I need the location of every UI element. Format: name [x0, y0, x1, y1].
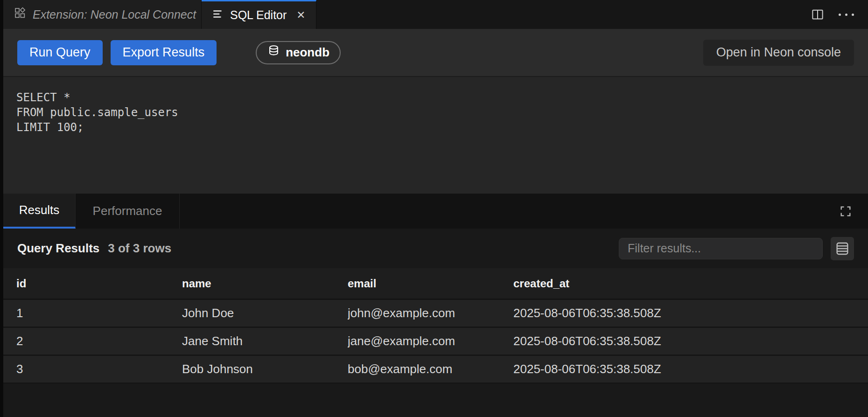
table-row[interactable]: 1John Doejohn@example.com2025-08-06T06:3… — [3, 300, 868, 328]
tab-label: Extension: Neon Local Connect — [33, 8, 196, 21]
more-actions-icon[interactable] — [839, 14, 854, 16]
table-row[interactable]: 2Jane Smithjane@example.com2025-08-06T06… — [3, 328, 868, 356]
close-icon[interactable]: ✕ — [296, 10, 305, 21]
filter-results-input[interactable] — [619, 238, 823, 259]
table-cell: John Doe — [182, 306, 348, 320]
table-cell: Bob Johnson — [182, 362, 348, 376]
query-toolbar: Run Query Export Results neondb Open in … — [3, 29, 868, 77]
table-row[interactable]: 3Bob Johnsonbob@example.com2025-08-06T06… — [3, 356, 868, 384]
tab-results[interactable]: Results — [3, 194, 76, 229]
column-header: name — [182, 277, 348, 290]
results-tab-strip: Results Performance — [3, 194, 868, 229]
query-results-title: Query Results — [17, 241, 99, 256]
split-editor-icon[interactable] — [811, 7, 825, 21]
column-header: id — [16, 277, 182, 290]
rows-icon[interactable] — [831, 237, 854, 260]
sql-line: SELECT * — [16, 90, 859, 105]
extensions-icon — [14, 7, 27, 22]
table-cell: john@example.com — [348, 306, 513, 320]
table-cell: 2025-08-06T06:35:38.508Z — [513, 362, 868, 376]
list-icon — [212, 8, 224, 23]
sql-editor[interactable]: SELECT *FROM public.sample_usersLIMIT 10… — [3, 77, 868, 194]
column-header: email — [348, 277, 513, 290]
table-cell: Jane Smith — [182, 334, 348, 348]
main-panel: Extension: Neon Local Connect SQL Editor… — [3, 0, 868, 417]
table-cell: jane@example.com — [348, 334, 513, 348]
row-count-badge: 3 of 3 rows — [108, 241, 171, 256]
fullscreen-icon[interactable] — [839, 205, 852, 218]
tab-performance[interactable]: Performance — [76, 194, 180, 229]
table-body: 1John Doejohn@example.com2025-08-06T06:3… — [3, 300, 868, 384]
table-cell: 2 — [16, 334, 182, 348]
table-cell: 2025-08-06T06:35:38.508Z — [513, 306, 868, 320]
tab-label: SQL Editor — [230, 8, 287, 22]
table-cell: 2025-08-06T06:35:38.508Z — [513, 334, 868, 348]
table-cell: 1 — [16, 306, 182, 320]
results-header: Query Results 3 of 3 rows — [3, 229, 868, 268]
left-edge-strip — [0, 0, 3, 417]
sql-line: LIMIT 100; — [16, 120, 859, 135]
tab-bar-actions — [811, 0, 868, 29]
database-icon — [267, 44, 280, 61]
table-cell: bob@example.com — [348, 362, 513, 376]
database-name: neondb — [286, 45, 329, 60]
run-query-button[interactable]: Run Query — [17, 40, 103, 65]
table-header-row: idnameemailcreated_at — [3, 268, 868, 300]
sql-line: FROM public.sample_users — [16, 105, 859, 120]
column-header: created_at — [513, 277, 868, 290]
tab-sql-editor[interactable]: SQL Editor ✕ — [202, 0, 316, 29]
database-selector[interactable]: neondb — [256, 41, 341, 64]
open-neon-console-button[interactable]: Open in Neon console — [703, 40, 854, 66]
tab-extension-neon-local-connect[interactable]: Extension: Neon Local Connect — [3, 0, 202, 29]
export-results-button[interactable]: Export Results — [111, 40, 217, 65]
app-window: Extension: Neon Local Connect SQL Editor… — [0, 0, 868, 417]
table-empty-space — [3, 384, 868, 417]
table-cell: 3 — [16, 362, 182, 376]
editor-tab-bar: Extension: Neon Local Connect SQL Editor… — [3, 0, 868, 29]
